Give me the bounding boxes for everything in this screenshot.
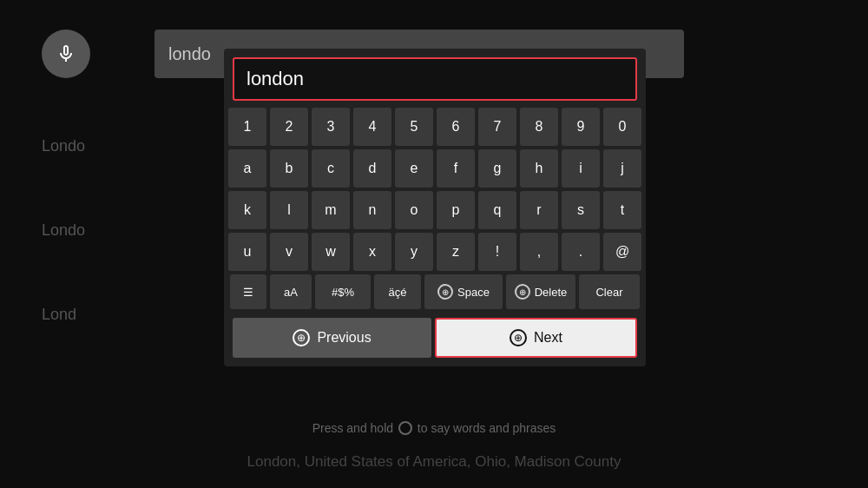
key-h[interactable]: h xyxy=(520,149,558,188)
key-clear[interactable]: Clear xyxy=(579,274,640,309)
key-y[interactable]: y xyxy=(395,233,433,271)
key-r[interactable]: r xyxy=(520,191,558,229)
key-j[interactable]: j xyxy=(603,149,641,188)
delete-circle-icon: ⊕ xyxy=(515,284,530,300)
key-e[interactable]: e xyxy=(395,149,433,188)
number-row-container: 1 2 3 4 5 6 7 8 9 0 a b c d e f g h i j … xyxy=(224,108,646,271)
key-8[interactable]: 8 xyxy=(520,108,558,146)
number-row: 1 2 3 4 5 6 7 8 9 0 xyxy=(233,108,637,146)
nav-row: ⊕ Previous ⊕ Next xyxy=(224,313,646,366)
key-x[interactable]: x xyxy=(353,233,391,271)
key-9[interactable]: 9 xyxy=(562,108,600,146)
key-space[interactable]: ⊕ Space xyxy=(424,274,503,309)
key-g[interactable]: g xyxy=(478,149,516,188)
key-b[interactable]: b xyxy=(270,149,308,188)
key-symbol[interactable]: #$% xyxy=(315,274,371,309)
suggestion-2: Londo xyxy=(42,221,85,240)
key-0[interactable]: 0 xyxy=(603,108,641,146)
key-f[interactable]: f xyxy=(437,149,475,188)
key-d[interactable]: d xyxy=(353,149,391,188)
previous-button[interactable]: ⊕ Previous xyxy=(233,318,431,358)
bottom-hint: Press and hold to say words and phrases xyxy=(0,421,868,436)
letter-row-2: k l m n o p q r s t xyxy=(233,191,637,229)
key-q[interactable]: q xyxy=(478,191,516,229)
letter-row-3: u v w x y z ! , . @ xyxy=(233,233,637,271)
bottom-suggestion: London, United States of America, Ohio, … xyxy=(0,453,868,471)
key-s[interactable]: s xyxy=(562,191,600,229)
key-3[interactable]: 3 xyxy=(312,108,350,146)
keyboard-search-input[interactable]: london xyxy=(233,57,637,101)
space-circle-icon: ⊕ xyxy=(437,284,453,300)
key-i[interactable]: i xyxy=(562,149,600,188)
suggestion-1: Londo xyxy=(42,137,85,155)
alexa-icon xyxy=(398,421,412,435)
key-a[interactable]: a xyxy=(228,149,266,188)
key-l[interactable]: l xyxy=(270,191,308,229)
key-delete[interactable]: ⊕ Delete xyxy=(506,274,575,309)
key-period[interactable]: . xyxy=(562,233,600,271)
prev-circle-icon: ⊕ xyxy=(293,329,310,346)
key-menu[interactable]: ☰ xyxy=(230,274,266,309)
key-at[interactable]: @ xyxy=(603,233,641,271)
key-5[interactable]: 5 xyxy=(395,108,433,146)
key-z[interactable]: z xyxy=(437,233,475,271)
mic-icon xyxy=(56,43,76,64)
next-button[interactable]: ⊕ Next xyxy=(435,318,637,358)
key-6[interactable]: 6 xyxy=(437,108,475,146)
key-accents[interactable]: äçé xyxy=(374,274,421,309)
key-1[interactable]: 1 xyxy=(228,108,266,146)
letter-row-1: a b c d e f g h i j xyxy=(233,149,637,188)
key-exclamation[interactable]: ! xyxy=(478,233,516,271)
key-c[interactable]: c xyxy=(312,149,350,188)
key-k[interactable]: k xyxy=(228,191,266,229)
key-u[interactable]: u xyxy=(228,233,266,271)
key-t[interactable]: t xyxy=(603,191,641,229)
key-7[interactable]: 7 xyxy=(478,108,516,146)
key-n[interactable]: n xyxy=(353,191,391,229)
key-w[interactable]: w xyxy=(312,233,350,271)
next-circle-icon: ⊕ xyxy=(510,329,527,346)
key-2[interactable]: 2 xyxy=(270,108,308,146)
key-comma[interactable]: , xyxy=(520,233,558,271)
suggestion-3: Lond xyxy=(42,306,76,324)
key-v[interactable]: v xyxy=(270,233,308,271)
key-caps[interactable]: aA xyxy=(270,274,312,309)
key-4[interactable]: 4 xyxy=(353,108,391,146)
special-key-row: ☰ aA #$% äçé ⊕ Space ⊕ Delete Clear xyxy=(224,274,646,309)
mic-button[interactable] xyxy=(42,30,90,78)
key-m[interactable]: m xyxy=(312,191,350,229)
keyboard-container: london 1 2 3 4 5 6 7 8 9 0 a b c d e f g… xyxy=(224,49,646,366)
key-o[interactable]: o xyxy=(395,191,433,229)
key-p[interactable]: p xyxy=(437,191,475,229)
